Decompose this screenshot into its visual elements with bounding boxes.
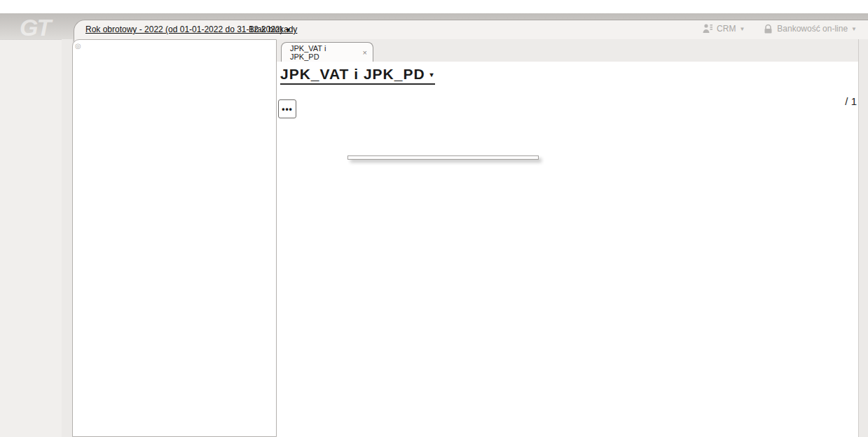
module-sidebar (0, 39, 62, 437)
lock-status-link[interactable]: Brak blokady (249, 25, 297, 34)
lock-icon (763, 24, 773, 34)
main-panel: JPK_VAT i JPK_PD ▾ ••• / 1 (277, 62, 858, 437)
tab-label: JPK_VAT i JPK_PD (290, 44, 356, 61)
workspace-strip[interactable] (858, 39, 868, 437)
banking-button[interactable]: Bankowość on-line ▼ (763, 24, 857, 34)
chevron-down-icon: ▾ (429, 71, 433, 78)
topright-tools: CRM ▼ Bankowość on-line ▼ (702, 23, 857, 34)
tab-jpk-vat[interactable]: JPK_VAT i JPK_PD × (281, 42, 373, 62)
pin-icon[interactable]: ◎ (75, 42, 81, 50)
page-title[interactable]: JPK_VAT i JPK_PD ▾ (280, 66, 435, 85)
chevron-down-icon: ▼ (739, 26, 745, 32)
close-icon[interactable]: × (363, 48, 367, 57)
chevron-down-icon: ▼ (851, 26, 857, 32)
crm-button[interactable]: CRM ▼ (702, 23, 745, 34)
menubar (0, 0, 868, 13)
gt-logo: GT (20, 14, 50, 41)
tab-strip: JPK_VAT i JPK_PD × (277, 39, 858, 62)
record-counter: / 1 (845, 95, 857, 107)
more-options-button[interactable]: ••• (278, 99, 296, 118)
context-menu (347, 155, 539, 160)
jpk-files-table (277, 128, 858, 437)
module-list-strip[interactable] (62, 39, 72, 437)
lock-status[interactable]: Brak blokady (249, 25, 297, 34)
crm-person-icon (702, 23, 713, 34)
navigation-tree: ◎ (72, 39, 277, 437)
